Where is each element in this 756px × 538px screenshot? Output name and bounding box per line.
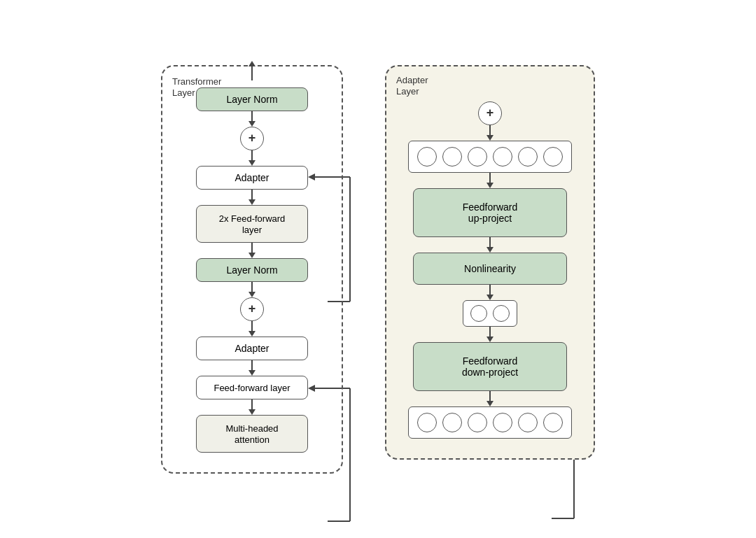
feedforward1x-box: Feed-forward layer [196, 376, 308, 399]
nonlinearity-label: Nonlinearity [464, 263, 516, 274]
svg-marker-17 [248, 199, 255, 205]
svg-marker-23 [248, 331, 255, 337]
ff-up-box: Feedforward up-project [413, 188, 567, 237]
arrow8 [247, 399, 257, 415]
arrow4 [247, 243, 257, 258]
plus-mid-label: + [248, 302, 256, 316]
feedforward1x-label: Feed-forward layer [214, 383, 290, 393]
neurons-small-row [463, 300, 517, 327]
arrow2 [247, 150, 257, 166]
plus-top-label: + [248, 131, 256, 146]
r-arrow4 [485, 285, 495, 300]
feedforward2x-label: 2x Feed-forward layer [219, 213, 286, 235]
svg-marker-11 [248, 61, 255, 66]
ff-up-label: Feedforward up-project [463, 201, 518, 224]
arrow5 [247, 282, 257, 297]
plus-top: + [240, 127, 264, 150]
neuron [493, 413, 512, 432]
svg-marker-37 [486, 135, 493, 141]
neuron-small [493, 305, 510, 322]
plus-mid: + [240, 297, 264, 321]
svg-marker-43 [486, 295, 493, 300]
mha-label: Multi-headed attention [225, 423, 278, 445]
left-diagram-wrapper: Transformer Layer Layer Norm + [161, 65, 343, 474]
top-arrow-out [247, 61, 257, 80]
svg-marker-41 [486, 247, 493, 253]
neuron [543, 147, 563, 167]
right-dashed-box: Adapter Layer + [385, 65, 595, 460]
layer-norm-mid-box: Layer Norm [196, 258, 308, 282]
svg-marker-27 [248, 409, 255, 415]
layer-norm-top-label: Layer Norm [226, 94, 277, 105]
feedforward2x-box: 2x Feed-forward layer [196, 205, 308, 243]
neuron [468, 147, 487, 167]
arrow6 [247, 321, 257, 337]
r-arrow1 [485, 125, 495, 141]
neuron-small [470, 305, 487, 322]
nonlinearity-box: Nonlinearity [413, 253, 567, 285]
arrow1 [247, 111, 257, 127]
neuron [493, 147, 512, 167]
neurons-bottom-row [408, 406, 572, 439]
left-dashed-box: Transformer Layer Layer Norm + [161, 65, 343, 474]
r-arrow6 [485, 391, 495, 406]
svg-marker-39 [486, 183, 493, 188]
svg-marker-13 [248, 121, 255, 127]
plus-right-label: + [486, 106, 494, 120]
layer-norm-mid-label: Layer Norm [226, 264, 277, 276]
ff-down-box: Feedforward down-project [413, 342, 567, 391]
arrow3 [247, 190, 257, 205]
r-arrow2 [485, 173, 495, 188]
adapter-top-label: Adapter [234, 172, 269, 183]
arrow7 [247, 360, 257, 376]
right-diagram-wrapper: Adapter Layer + [385, 65, 595, 460]
transformer-label: Transformer Layer [172, 76, 221, 100]
neuron [543, 413, 563, 432]
neuron [417, 147, 437, 167]
r-arrow5 [485, 327, 495, 342]
neurons-top-row [408, 141, 572, 173]
r-arrow3 [485, 237, 495, 253]
svg-marker-15 [248, 160, 255, 166]
svg-marker-25 [248, 370, 255, 376]
ff-down-label: Feedforward down-project [462, 355, 518, 378]
svg-marker-19 [248, 253, 255, 258]
neuron [442, 413, 462, 432]
svg-marker-21 [248, 292, 255, 297]
adapter-mid-box: Adapter [196, 337, 308, 360]
neuron [417, 413, 437, 432]
neuron [442, 147, 462, 167]
mha-box: Multi-headed attention [196, 415, 308, 453]
plus-right: + [478, 101, 502, 125]
main-container: Transformer Layer Layer Norm + [147, 51, 609, 488]
svg-marker-47 [486, 401, 493, 406]
neuron [518, 147, 538, 167]
neuron [468, 413, 487, 432]
neuron [518, 413, 538, 432]
svg-marker-45 [486, 337, 493, 342]
adapter-label: Adapter Layer [396, 75, 428, 99]
adapter-mid-label: Adapter [234, 343, 269, 354]
adapter-top-box: Adapter [196, 166, 308, 190]
